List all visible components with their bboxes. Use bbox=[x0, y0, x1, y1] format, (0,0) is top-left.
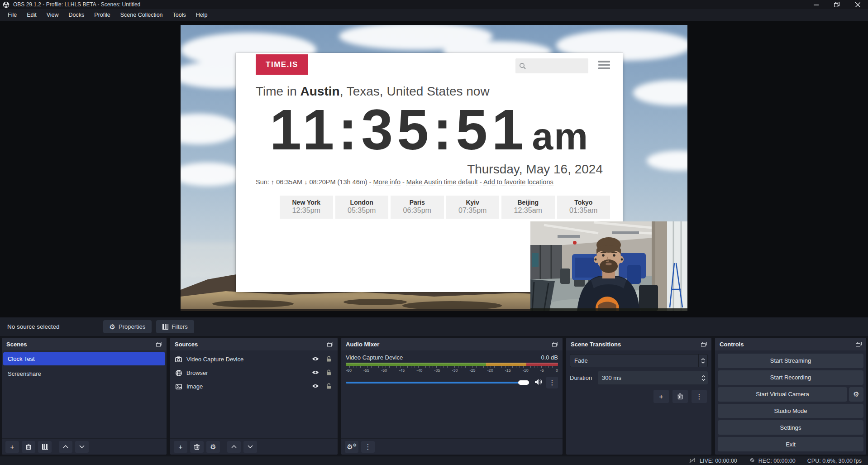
preview-area: TIME.IS Time in Austin, Texas, United St… bbox=[0, 21, 868, 317]
remove-transition-button[interactable] bbox=[672, 390, 688, 403]
visibility-eye-icon[interactable] bbox=[312, 383, 319, 390]
menu-docks[interactable]: Docks bbox=[64, 9, 90, 21]
scene-item-clock-test[interactable]: Clock Test bbox=[3, 352, 165, 365]
source-item-video-capture[interactable]: Video Capture Device bbox=[170, 353, 338, 365]
city-newyork[interactable]: New York12:35pm bbox=[280, 196, 333, 219]
audio-mixer-panel: Audio Mixer Video Capture Device 0.0 dB … bbox=[341, 338, 563, 455]
close-button[interactable] bbox=[847, 0, 868, 9]
volume-slider[interactable] bbox=[346, 378, 531, 387]
scene-filters-button[interactable] bbox=[38, 441, 52, 453]
webcam-video[interactable] bbox=[530, 221, 687, 311]
city-london[interactable]: London05:35pm bbox=[335, 196, 389, 219]
menu-file[interactable]: File bbox=[3, 9, 22, 21]
source-up-button[interactable] bbox=[227, 441, 241, 453]
menu-edit[interactable]: Edit bbox=[22, 9, 42, 21]
start-virtual-camera-button[interactable]: Start Virtual Camera bbox=[718, 387, 847, 402]
more-info-link[interactable]: More info bbox=[373, 178, 401, 186]
add-transition-button[interactable]: + bbox=[653, 390, 669, 403]
meter-scale: -60-55-50-45-40-35-30-25-20-15-10-50 bbox=[346, 368, 558, 373]
restore-button[interactable] bbox=[826, 0, 847, 9]
city-paris[interactable]: Paris06:35pm bbox=[391, 196, 444, 219]
settings-button[interactable]: Settings bbox=[718, 420, 863, 435]
sources-title: Sources bbox=[175, 341, 198, 348]
timeis-heading: Time in Austin, Texas, United States now bbox=[256, 84, 603, 99]
scene-item-screenshare[interactable]: Screenshare bbox=[3, 367, 165, 380]
scene-down-button[interactable] bbox=[75, 441, 89, 453]
source-item-browser[interactable]: Browser bbox=[170, 367, 338, 379]
make-default-link[interactable]: Make Austin time default bbox=[406, 178, 478, 186]
add-source-button[interactable]: + bbox=[174, 441, 187, 453]
clock-time: 11:35:51 bbox=[270, 101, 527, 158]
dock-area: Scenes Clock Test Screenshare + Sources bbox=[0, 336, 868, 456]
volume-slider-handle[interactable] bbox=[518, 380, 529, 385]
mixer-db-value: 0.0 dB bbox=[541, 354, 558, 361]
exit-button[interactable]: Exit bbox=[718, 437, 863, 451]
controls-title: Controls bbox=[720, 341, 744, 348]
clock-display: 11:35:51 am bbox=[236, 101, 623, 158]
menu-tools[interactable]: Tools bbox=[168, 9, 191, 21]
virtual-camera-settings-button[interactable]: ⚙ bbox=[849, 387, 863, 402]
city-kyiv[interactable]: Kyiv07:35pm bbox=[446, 196, 500, 219]
popout-icon[interactable] bbox=[552, 342, 558, 347]
menu-help[interactable]: Help bbox=[191, 9, 213, 21]
remove-source-button[interactable] bbox=[190, 441, 204, 453]
spinner-arrows-icon[interactable] bbox=[699, 371, 708, 384]
timeis-header: TIME.IS bbox=[236, 53, 623, 75]
popout-icon[interactable] bbox=[156, 342, 162, 347]
add-scene-button[interactable]: + bbox=[5, 441, 19, 453]
title-bar: OBS 29.1.2 - Profile: LLHLS BETA - Scene… bbox=[0, 0, 868, 9]
channel-options-button[interactable]: ⋮ bbox=[546, 377, 558, 388]
transition-select[interactable]: Fade bbox=[570, 354, 708, 367]
city-tokyo[interactable]: Tokyo01:35am bbox=[557, 196, 610, 219]
no-source-label: No source selected bbox=[7, 323, 60, 330]
lock-icon[interactable] bbox=[326, 383, 331, 390]
visibility-eye-icon[interactable] bbox=[312, 369, 319, 376]
start-recording-button[interactable]: Start Recording bbox=[718, 370, 863, 385]
hamburger-menu-icon[interactable] bbox=[598, 61, 610, 71]
menu-profile[interactable]: Profile bbox=[89, 9, 115, 21]
popout-icon[interactable] bbox=[856, 342, 862, 347]
filters-icon bbox=[42, 444, 48, 450]
menu-view[interactable]: View bbox=[42, 9, 64, 21]
source-down-button[interactable] bbox=[243, 441, 257, 453]
globe-icon bbox=[175, 370, 182, 376]
source-properties-button[interactable]: ⚙ bbox=[206, 441, 220, 453]
source-item-image[interactable]: Image bbox=[170, 380, 338, 393]
search-input[interactable] bbox=[515, 58, 588, 73]
minimize-button[interactable] bbox=[806, 0, 826, 9]
image-icon bbox=[175, 384, 182, 389]
lock-icon[interactable] bbox=[326, 356, 331, 363]
advanced-audio-button[interactable]: ⚙⚙ bbox=[345, 441, 358, 453]
gear-icon: ⚙ bbox=[110, 323, 115, 330]
combo-arrows-icon[interactable] bbox=[698, 355, 707, 367]
filters-button[interactable]: Filters bbox=[156, 320, 194, 333]
program-canvas[interactable]: TIME.IS Time in Austin, Texas, United St… bbox=[181, 25, 687, 311]
transition-options-button[interactable]: ⋮ bbox=[692, 390, 707, 403]
timeis-logo[interactable]: TIME.IS bbox=[256, 54, 308, 75]
city-beijing[interactable]: Beijing12:35am bbox=[501, 196, 555, 219]
meter-tickmarks bbox=[346, 366, 558, 368]
scene-up-button[interactable] bbox=[59, 441, 72, 453]
cpu-fps-stats: CPU: 0.6%, 30.00 fps bbox=[807, 458, 862, 464]
gear-pair-icon: ⚙⚙ bbox=[347, 443, 357, 450]
mixer-options-button[interactable]: ⋮ bbox=[361, 441, 375, 453]
remove-scene-button[interactable] bbox=[22, 441, 35, 453]
properties-button[interactable]: ⚙ Properties bbox=[103, 320, 152, 333]
popout-icon[interactable] bbox=[327, 342, 333, 347]
record-inactive-icon bbox=[749, 457, 755, 465]
scenes-panel: Scenes Clock Test Screenshare + bbox=[2, 338, 167, 455]
camera-icon bbox=[175, 356, 182, 362]
popout-icon[interactable] bbox=[701, 342, 707, 347]
world-cities-strip: New York12:35pm London05:35pm Paris06:35… bbox=[280, 196, 610, 219]
menu-scene-collection[interactable]: Scene Collection bbox=[115, 9, 168, 21]
webcam-scene bbox=[530, 221, 687, 311]
speaker-icon[interactable] bbox=[535, 379, 543, 387]
duration-label: Duration bbox=[570, 374, 598, 381]
visibility-eye-icon[interactable] bbox=[312, 356, 319, 363]
lock-icon[interactable] bbox=[326, 369, 331, 377]
gear-icon: ⚙ bbox=[853, 390, 859, 398]
add-favorite-link[interactable]: Add to favorite locations bbox=[483, 178, 553, 186]
studio-mode-button[interactable]: Studio Mode bbox=[718, 404, 863, 418]
duration-input[interactable]: 300 ms bbox=[598, 371, 708, 384]
start-streaming-button[interactable]: Start Streaming bbox=[718, 354, 863, 368]
